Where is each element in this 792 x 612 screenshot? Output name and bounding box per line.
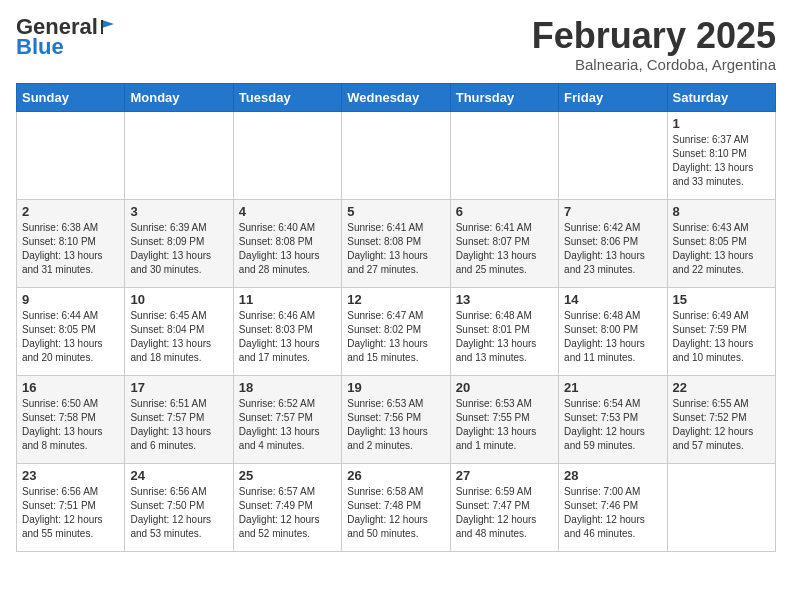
logo-flag-icon bbox=[100, 18, 118, 36]
day-info: Sunrise: 6:44 AM Sunset: 8:05 PM Dayligh… bbox=[22, 309, 119, 365]
calendar-cell: 24Sunrise: 6:56 AM Sunset: 7:50 PM Dayli… bbox=[125, 463, 233, 551]
calendar-cell: 18Sunrise: 6:52 AM Sunset: 7:57 PM Dayli… bbox=[233, 375, 341, 463]
day-info: Sunrise: 6:38 AM Sunset: 8:10 PM Dayligh… bbox=[22, 221, 119, 277]
calendar-cell: 17Sunrise: 6:51 AM Sunset: 7:57 PM Dayli… bbox=[125, 375, 233, 463]
day-number: 7 bbox=[564, 204, 661, 219]
calendar-cell: 8Sunrise: 6:43 AM Sunset: 8:05 PM Daylig… bbox=[667, 199, 775, 287]
logo: General Blue bbox=[16, 16, 118, 60]
weekday-header-tuesday: Tuesday bbox=[233, 83, 341, 111]
day-number: 14 bbox=[564, 292, 661, 307]
calendar-cell: 23Sunrise: 6:56 AM Sunset: 7:51 PM Dayli… bbox=[17, 463, 125, 551]
title-block: February 2025 Balnearia, Cordoba, Argent… bbox=[532, 16, 776, 73]
calendar-cell bbox=[233, 111, 341, 199]
calendar-cell: 22Sunrise: 6:55 AM Sunset: 7:52 PM Dayli… bbox=[667, 375, 775, 463]
day-number: 6 bbox=[456, 204, 553, 219]
calendar-cell bbox=[450, 111, 558, 199]
day-number: 9 bbox=[22, 292, 119, 307]
day-number: 5 bbox=[347, 204, 444, 219]
calendar-cell: 26Sunrise: 6:58 AM Sunset: 7:48 PM Dayli… bbox=[342, 463, 450, 551]
day-info: Sunrise: 6:42 AM Sunset: 8:06 PM Dayligh… bbox=[564, 221, 661, 277]
weekday-header-monday: Monday bbox=[125, 83, 233, 111]
day-info: Sunrise: 6:58 AM Sunset: 7:48 PM Dayligh… bbox=[347, 485, 444, 541]
day-info: Sunrise: 6:54 AM Sunset: 7:53 PM Dayligh… bbox=[564, 397, 661, 453]
calendar-week-row: 23Sunrise: 6:56 AM Sunset: 7:51 PM Dayli… bbox=[17, 463, 776, 551]
day-number: 3 bbox=[130, 204, 227, 219]
day-info: Sunrise: 6:40 AM Sunset: 8:08 PM Dayligh… bbox=[239, 221, 336, 277]
day-info: Sunrise: 6:45 AM Sunset: 8:04 PM Dayligh… bbox=[130, 309, 227, 365]
day-info: Sunrise: 6:47 AM Sunset: 8:02 PM Dayligh… bbox=[347, 309, 444, 365]
weekday-header-thursday: Thursday bbox=[450, 83, 558, 111]
calendar-cell: 15Sunrise: 6:49 AM Sunset: 7:59 PM Dayli… bbox=[667, 287, 775, 375]
svg-rect-1 bbox=[101, 20, 103, 34]
calendar-cell: 11Sunrise: 6:46 AM Sunset: 8:03 PM Dayli… bbox=[233, 287, 341, 375]
day-number: 26 bbox=[347, 468, 444, 483]
calendar-cell bbox=[559, 111, 667, 199]
calendar-cell bbox=[667, 463, 775, 551]
calendar-week-row: 2Sunrise: 6:38 AM Sunset: 8:10 PM Daylig… bbox=[17, 199, 776, 287]
day-number: 27 bbox=[456, 468, 553, 483]
day-info: Sunrise: 6:52 AM Sunset: 7:57 PM Dayligh… bbox=[239, 397, 336, 453]
calendar-cell: 5Sunrise: 6:41 AM Sunset: 8:08 PM Daylig… bbox=[342, 199, 450, 287]
day-number: 18 bbox=[239, 380, 336, 395]
page-header: General Blue February 2025 Balnearia, Co… bbox=[16, 16, 776, 73]
weekday-header-sunday: Sunday bbox=[17, 83, 125, 111]
day-number: 11 bbox=[239, 292, 336, 307]
day-info: Sunrise: 6:51 AM Sunset: 7:57 PM Dayligh… bbox=[130, 397, 227, 453]
day-info: Sunrise: 6:46 AM Sunset: 8:03 PM Dayligh… bbox=[239, 309, 336, 365]
day-info: Sunrise: 6:53 AM Sunset: 7:56 PM Dayligh… bbox=[347, 397, 444, 453]
location-text: Balnearia, Cordoba, Argentina bbox=[532, 56, 776, 73]
day-info: Sunrise: 6:48 AM Sunset: 8:01 PM Dayligh… bbox=[456, 309, 553, 365]
day-info: Sunrise: 6:53 AM Sunset: 7:55 PM Dayligh… bbox=[456, 397, 553, 453]
calendar-cell: 10Sunrise: 6:45 AM Sunset: 8:04 PM Dayli… bbox=[125, 287, 233, 375]
calendar-cell: 28Sunrise: 7:00 AM Sunset: 7:46 PM Dayli… bbox=[559, 463, 667, 551]
calendar-cell bbox=[17, 111, 125, 199]
weekday-header-row: SundayMondayTuesdayWednesdayThursdayFrid… bbox=[17, 83, 776, 111]
calendar-cell: 21Sunrise: 6:54 AM Sunset: 7:53 PM Dayli… bbox=[559, 375, 667, 463]
day-number: 15 bbox=[673, 292, 770, 307]
calendar-week-row: 9Sunrise: 6:44 AM Sunset: 8:05 PM Daylig… bbox=[17, 287, 776, 375]
calendar-cell: 3Sunrise: 6:39 AM Sunset: 8:09 PM Daylig… bbox=[125, 199, 233, 287]
day-info: Sunrise: 6:56 AM Sunset: 7:51 PM Dayligh… bbox=[22, 485, 119, 541]
calendar-cell bbox=[342, 111, 450, 199]
day-number: 22 bbox=[673, 380, 770, 395]
day-info: Sunrise: 6:48 AM Sunset: 8:00 PM Dayligh… bbox=[564, 309, 661, 365]
calendar-cell: 25Sunrise: 6:57 AM Sunset: 7:49 PM Dayli… bbox=[233, 463, 341, 551]
day-info: Sunrise: 6:39 AM Sunset: 8:09 PM Dayligh… bbox=[130, 221, 227, 277]
month-title: February 2025 bbox=[532, 16, 776, 56]
calendar-cell: 7Sunrise: 6:42 AM Sunset: 8:06 PM Daylig… bbox=[559, 199, 667, 287]
calendar-cell: 12Sunrise: 6:47 AM Sunset: 8:02 PM Dayli… bbox=[342, 287, 450, 375]
weekday-header-friday: Friday bbox=[559, 83, 667, 111]
day-info: Sunrise: 6:56 AM Sunset: 7:50 PM Dayligh… bbox=[130, 485, 227, 541]
svg-marker-0 bbox=[102, 20, 114, 28]
day-info: Sunrise: 6:37 AM Sunset: 8:10 PM Dayligh… bbox=[673, 133, 770, 189]
calendar-cell: 4Sunrise: 6:40 AM Sunset: 8:08 PM Daylig… bbox=[233, 199, 341, 287]
calendar-cell: 1Sunrise: 6:37 AM Sunset: 8:10 PM Daylig… bbox=[667, 111, 775, 199]
day-number: 2 bbox=[22, 204, 119, 219]
day-number: 12 bbox=[347, 292, 444, 307]
calendar-cell: 20Sunrise: 6:53 AM Sunset: 7:55 PM Dayli… bbox=[450, 375, 558, 463]
day-number: 17 bbox=[130, 380, 227, 395]
day-info: Sunrise: 6:57 AM Sunset: 7:49 PM Dayligh… bbox=[239, 485, 336, 541]
day-number: 28 bbox=[564, 468, 661, 483]
day-number: 13 bbox=[456, 292, 553, 307]
day-number: 4 bbox=[239, 204, 336, 219]
day-number: 23 bbox=[22, 468, 119, 483]
calendar-table: SundayMondayTuesdayWednesdayThursdayFrid… bbox=[16, 83, 776, 552]
day-info: Sunrise: 6:59 AM Sunset: 7:47 PM Dayligh… bbox=[456, 485, 553, 541]
day-number: 21 bbox=[564, 380, 661, 395]
calendar-cell: 6Sunrise: 6:41 AM Sunset: 8:07 PM Daylig… bbox=[450, 199, 558, 287]
day-number: 1 bbox=[673, 116, 770, 131]
weekday-header-wednesday: Wednesday bbox=[342, 83, 450, 111]
day-info: Sunrise: 6:55 AM Sunset: 7:52 PM Dayligh… bbox=[673, 397, 770, 453]
calendar-cell: 14Sunrise: 6:48 AM Sunset: 8:00 PM Dayli… bbox=[559, 287, 667, 375]
day-number: 8 bbox=[673, 204, 770, 219]
calendar-cell: 19Sunrise: 6:53 AM Sunset: 7:56 PM Dayli… bbox=[342, 375, 450, 463]
calendar-cell: 2Sunrise: 6:38 AM Sunset: 8:10 PM Daylig… bbox=[17, 199, 125, 287]
day-info: Sunrise: 7:00 AM Sunset: 7:46 PM Dayligh… bbox=[564, 485, 661, 541]
day-info: Sunrise: 6:50 AM Sunset: 7:58 PM Dayligh… bbox=[22, 397, 119, 453]
day-number: 16 bbox=[22, 380, 119, 395]
day-number: 19 bbox=[347, 380, 444, 395]
calendar-week-row: 16Sunrise: 6:50 AM Sunset: 7:58 PM Dayli… bbox=[17, 375, 776, 463]
day-number: 10 bbox=[130, 292, 227, 307]
day-number: 20 bbox=[456, 380, 553, 395]
